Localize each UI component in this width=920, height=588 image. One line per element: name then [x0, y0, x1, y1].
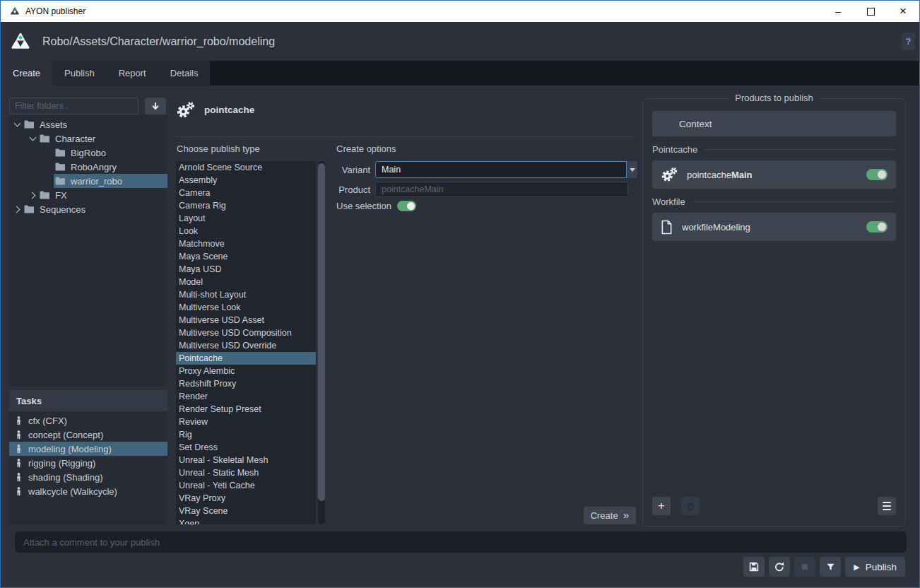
chevron-down-icon[interactable]: [12, 117, 23, 131]
person-icon: [15, 444, 23, 454]
folder-row-body[interactable]: Assets: [23, 117, 167, 131]
folder-filter-input[interactable]: [9, 98, 138, 114]
publish-type-multi-shot-layout[interactable]: Multi-shot Layout: [176, 288, 316, 301]
close-button[interactable]: ×: [887, 1, 919, 22]
scrollbar-thumb[interactable]: [318, 163, 325, 501]
file-icon: [661, 220, 673, 235]
publish-type-look[interactable]: Look: [176, 225, 316, 237]
publish-type-unreal-skeletal-mesh[interactable]: Unreal - Skeletal Mesh: [176, 454, 316, 466]
publish-type-proxy-alembic[interactable]: Proxy Alembic: [176, 365, 316, 377]
create-button[interactable]: Create »: [584, 507, 636, 524]
chevron-spacer: [43, 160, 54, 174]
chevron-down-icon[interactable]: [28, 131, 38, 146]
publish-type-review[interactable]: Review: [176, 416, 316, 428]
chevron-right-icon[interactable]: [28, 188, 38, 202]
tree-item-RoboAngry[interactable]: RoboAngry: [9, 160, 167, 174]
tab-details[interactable]: Details: [158, 61, 211, 86]
go-to-current-context-button[interactable]: [145, 98, 166, 114]
publish-type-multiverse-usd-composition[interactable]: Multiverse USD Composition: [176, 327, 316, 339]
publish-type-vray-scene[interactable]: VRay Scene: [176, 505, 316, 517]
tab-report[interactable]: Report: [107, 61, 158, 86]
publish-type-redshift-proxy[interactable]: Redshift Proxy: [176, 377, 316, 390]
publish-type-rig[interactable]: Rig: [176, 428, 316, 441]
folder-row-body[interactable]: warrior_robo: [54, 174, 167, 188]
context-button[interactable]: Context: [652, 111, 896, 136]
folder-label: Assets: [40, 119, 67, 130]
product-name: workfileModeling: [682, 222, 750, 233]
product-card-pointcacheMain[interactable]: pointcacheMain: [652, 160, 896, 189]
publish-type-render[interactable]: Render: [176, 390, 316, 403]
publish-type-matchmove[interactable]: Matchmove: [176, 237, 316, 250]
publish-type-camera-rig[interactable]: Camera Rig: [176, 199, 316, 212]
publish-type-model[interactable]: Model: [176, 276, 316, 288]
publish-type-layout[interactable]: Layout: [176, 212, 316, 225]
publish-type-unreal-yeti-cache[interactable]: Unreal - Yeti Cache: [176, 479, 316, 492]
publish-type-maya-usd[interactable]: Maya USD: [176, 263, 316, 276]
publish-type-assembly[interactable]: Assembly: [176, 174, 316, 187]
tree-item-FX[interactable]: FX: [9, 188, 167, 202]
publish-type-multiverse-look[interactable]: Multiverse Look: [176, 301, 316, 314]
tree-item-Assets[interactable]: Assets: [9, 117, 167, 131]
publish-type-list-title: Choose publish type: [177, 143, 260, 154]
publish-type-render-setup-preset[interactable]: Render Setup Preset: [176, 403, 316, 416]
folder-row-body[interactable]: Sequences: [23, 202, 167, 216]
comment-input[interactable]: [15, 531, 907, 553]
product-enabled-toggle[interactable]: [866, 221, 887, 233]
save-button[interactable]: [743, 557, 765, 577]
publish-type-maya-scene[interactable]: Maya Scene: [176, 250, 316, 263]
publish-type-scrollbar[interactable]: [318, 161, 325, 524]
tree-item-Sequences[interactable]: Sequences: [9, 202, 167, 216]
reset-button[interactable]: [769, 557, 790, 577]
publish-type-multiverse-usd-override[interactable]: Multiverse USD Override: [176, 339, 316, 352]
maximize-button[interactable]: [854, 1, 887, 22]
publish-type-unreal-static-mesh[interactable]: Unreal - Static Mesh: [176, 466, 316, 479]
variant-dropdown-button[interactable]: [627, 161, 637, 178]
stop-button[interactable]: [794, 557, 815, 577]
play-icon: ▶: [854, 563, 859, 572]
tree-item-BigRobo[interactable]: BigRobo: [9, 146, 167, 160]
task-item-modeling[interactable]: modeling (Modeling): [9, 442, 167, 456]
use-selection-toggle[interactable]: [397, 201, 416, 211]
folder-icon: [40, 134, 50, 143]
context-breadcrumb: Robo/Assets/Character/warrior_robo/model…: [42, 35, 275, 48]
task-item-rigging[interactable]: rigging (Rigging): [9, 456, 167, 470]
context-button-label: Context: [679, 119, 712, 129]
task-item-concept[interactable]: concept (Concept): [9, 428, 167, 442]
add-product-button[interactable]: +: [652, 497, 671, 515]
tab-publish[interactable]: Publish: [52, 61, 107, 86]
folder-row-body[interactable]: BigRobo: [54, 146, 167, 160]
publish-type-camera[interactable]: Camera: [176, 187, 316, 199]
publish-type-multiverse-usd-asset[interactable]: Multiverse USD Asset: [176, 314, 316, 327]
task-list: cfx (CFX)concept (Concept)modeling (Mode…: [9, 411, 167, 498]
publish-type-vray-proxy[interactable]: VRay Proxy: [176, 492, 316, 505]
product-group-label: Pointcache: [652, 144, 896, 155]
ayon-publisher-window: AYON publisher – × Robo/Assets/Character…: [0, 0, 920, 588]
gears-icon: [176, 100, 195, 119]
product-options-button[interactable]: [878, 497, 896, 515]
publish-type-set-dress[interactable]: Set Dress: [176, 441, 316, 454]
folder-row-body[interactable]: Character: [38, 131, 167, 146]
publish-type-pointcache[interactable]: Pointcache: [176, 352, 316, 365]
publish-type-arnold-scene-source[interactable]: Arnold Scene Source: [176, 161, 316, 174]
publish-type-xgen[interactable]: Xgen: [176, 517, 316, 524]
delete-product-button[interactable]: [681, 497, 700, 515]
folder-row-body[interactable]: FX: [38, 188, 167, 202]
product-card-workfileModeling[interactable]: workfileModeling: [652, 213, 896, 241]
publish-button[interactable]: ▶ Publish: [845, 557, 905, 577]
variant-input[interactable]: [375, 161, 627, 178]
stop-icon: [799, 561, 810, 572]
tree-item-Character[interactable]: Character: [9, 131, 167, 146]
help-button[interactable]: ?: [902, 33, 915, 50]
tab-create[interactable]: Create: [1, 61, 52, 86]
chevron-right-icon[interactable]: [12, 202, 23, 216]
tree-item-warrior_robo[interactable]: warrior_robo: [9, 174, 167, 188]
person-icon: [15, 416, 23, 425]
folder-row-body[interactable]: RoboAngry: [54, 160, 167, 174]
minimize-button[interactable]: –: [822, 1, 854, 22]
task-item-shading[interactable]: shading (Shading): [9, 470, 167, 484]
filter-button[interactable]: [820, 557, 841, 577]
product-enabled-toggle[interactable]: [866, 169, 887, 180]
task-item-cfx[interactable]: cfx (CFX): [9, 413, 167, 428]
create-button-label: Create: [591, 510, 618, 521]
task-item-walkcycle[interactable]: walkcycle (Walkcycle): [9, 484, 167, 498]
